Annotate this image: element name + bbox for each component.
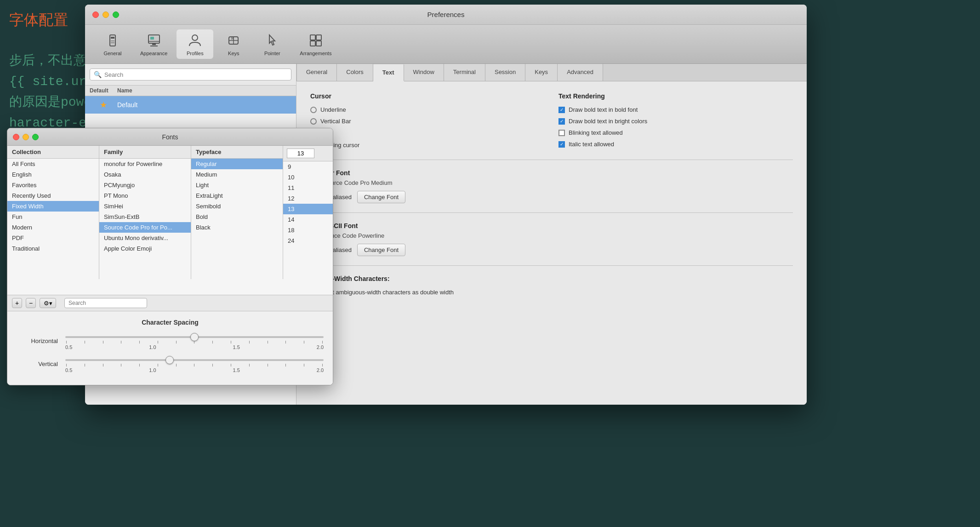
cursor-vertical-bar-label: Vertical Bar <box>320 118 351 125</box>
family-osaka[interactable]: Osaka <box>99 169 191 180</box>
toolbar-profiles[interactable]: Profiles <box>177 29 213 59</box>
bold-font-checkbox[interactable]: ✓ <box>558 107 565 113</box>
svg-rect-16 <box>310 41 315 46</box>
size-12[interactable]: 12 <box>283 193 333 204</box>
search-icon: 🔍 <box>94 71 102 78</box>
size-13[interactable]: 13 <box>283 204 333 214</box>
fonts-minimize-button[interactable] <box>23 134 29 140</box>
window-controls <box>92 11 119 18</box>
collection-traditional[interactable]: Traditional <box>7 243 99 254</box>
typeface-bold[interactable]: Bold <box>191 212 283 222</box>
family-header: Family <box>99 146 191 159</box>
size-input[interactable] <box>287 149 314 158</box>
collection-fun[interactable]: Fun <box>7 212 99 222</box>
svg-rect-2 <box>111 40 114 41</box>
toolbar-pointer[interactable]: Pointer <box>254 29 291 59</box>
size-18[interactable]: 18 <box>283 225 333 235</box>
bold-bright-item[interactable]: ✓ Draw bold text in bright colors <box>558 118 793 125</box>
tab-text[interactable]: Text <box>373 64 404 81</box>
italic-text-checkbox[interactable]: ✓ <box>558 141 565 148</box>
minimize-button[interactable] <box>103 11 109 18</box>
toolbar: General Appearance Profiles <box>85 25 807 64</box>
family-simsun[interactable]: SimSun-ExtB <box>99 212 191 222</box>
fonts-close-button[interactable] <box>13 134 19 140</box>
collection-recently-used[interactable]: Recently Used <box>7 190 99 201</box>
italic-text-item[interactable]: ✓ Italic text allowed <box>558 141 793 148</box>
cursor-underline-radio[interactable] <box>310 107 317 113</box>
family-source-code-pro[interactable]: Source Code Pro for Po... <box>99 222 191 233</box>
bold-font-item[interactable]: ✓ Draw bold text in bold font <box>558 106 793 113</box>
tab-window[interactable]: Window <box>404 64 444 81</box>
fonts-maximize-button[interactable] <box>32 134 39 140</box>
toolbar-arrangements[interactable]: Arrangements <box>292 29 339 59</box>
regular-font-controls: ✓ Anti-aliased Change Font <box>310 191 793 203</box>
cursor-vertical-bar-radio[interactable] <box>310 118 317 125</box>
blinking-text-item[interactable]: Blinking text allowed <box>558 129 793 136</box>
toolbar-keys[interactable]: ⌘ Keys <box>215 29 252 59</box>
family-pcmyungjo[interactable]: PCMyungjo <box>99 180 191 190</box>
maximize-button[interactable] <box>113 11 119 18</box>
size-11[interactable]: 11 <box>283 183 333 193</box>
collection-fixed-width[interactable]: Fixed Width <box>7 201 99 212</box>
regular-font-value: 13pt Source Code Pro Medium <box>310 179 793 186</box>
vertical-slider[interactable] <box>65 359 324 361</box>
size-10[interactable]: 10 <box>283 172 333 183</box>
tab-colors[interactable]: Colors <box>337 64 373 81</box>
divider-1 <box>310 160 793 160</box>
toolbar-appearance[interactable]: Appearance <box>133 29 175 59</box>
typeface-header: Typeface <box>191 146 283 159</box>
cursor-box[interactable]: Box <box>310 129 545 136</box>
remove-collection-button[interactable]: − <box>26 298 36 308</box>
window-title: Preferences <box>427 11 465 18</box>
tab-advanced[interactable]: Advanced <box>558 64 603 81</box>
family-apple-color-emoji[interactable]: Apple Color Emoji <box>99 243 191 254</box>
typeface-light[interactable]: Light <box>191 180 283 190</box>
family-monofur[interactable]: monofur for Powerline <box>99 159 191 169</box>
add-collection-button[interactable]: + <box>12 298 22 308</box>
svg-rect-8 <box>150 37 154 40</box>
typeface-regular[interactable]: Regular <box>191 159 283 169</box>
cursor-vertical-bar[interactable]: Vertical Bar <box>310 118 545 125</box>
tab-keys[interactable]: Keys <box>525 64 558 81</box>
profile-name: Default <box>117 101 291 109</box>
typeface-extralight[interactable]: ExtraLight <box>191 190 283 201</box>
size-24[interactable]: 24 <box>283 235 333 246</box>
collection-modern[interactable]: Modern <box>7 222 99 233</box>
toolbar-general[interactable]: General <box>94 29 131 59</box>
collection-favorites[interactable]: Favorites <box>7 180 99 190</box>
blinking-cursor-item[interactable]: ✓ Blinking cursor <box>310 142 545 149</box>
profile-item-default[interactable]: ★ Default <box>85 96 296 114</box>
size-9[interactable]: 9 <box>283 161 333 172</box>
blinking-text-checkbox[interactable] <box>558 130 565 136</box>
bold-bright-checkbox[interactable]: ✓ <box>558 118 565 125</box>
collection-pdf[interactable]: PDF <box>7 233 99 243</box>
collection-all-fonts[interactable]: All Fonts <box>7 159 99 169</box>
fonts-search <box>64 298 147 308</box>
family-simhei[interactable]: SimHei <box>99 201 191 212</box>
typeface-black[interactable]: Black <box>191 222 283 233</box>
collection-english[interactable]: English <box>7 169 99 180</box>
cursor-section: Cursor Underline Vertical Bar <box>310 92 545 149</box>
non-ascii-change-font-button[interactable]: Change Font <box>357 244 405 256</box>
family-pt-mono[interactable]: PT Mono <box>99 190 191 201</box>
horizontal-slider[interactable] <box>65 336 324 338</box>
double-width-item[interactable]: Treat ambiguous-width characters as doub… <box>310 289 793 296</box>
svg-text:⌘: ⌘ <box>231 37 234 40</box>
tab-terminal[interactable]: Terminal <box>444 64 485 81</box>
fonts-search-input[interactable] <box>64 298 147 308</box>
regular-change-font-button[interactable]: Change Font <box>357 191 405 203</box>
close-button[interactable] <box>92 11 99 18</box>
family-ubuntu-mono[interactable]: Ubuntu Mono derivativ... <box>99 233 191 243</box>
tab-session[interactable]: Session <box>485 64 525 81</box>
gear-button[interactable]: ⚙▾ <box>40 298 56 308</box>
svg-rect-15 <box>316 35 321 40</box>
search-input[interactable] <box>104 71 287 78</box>
typeface-medium[interactable]: Medium <box>191 169 283 180</box>
size-14[interactable]: 14 <box>283 214 333 225</box>
pointer-icon <box>264 32 280 49</box>
tab-general[interactable]: General <box>296 64 337 81</box>
spacing-title: Character Spacing <box>17 319 324 326</box>
typeface-semibold[interactable]: Semibold <box>191 201 283 212</box>
cursor-underline[interactable]: Underline <box>310 106 545 113</box>
appearance-label: Appearance <box>140 51 167 56</box>
